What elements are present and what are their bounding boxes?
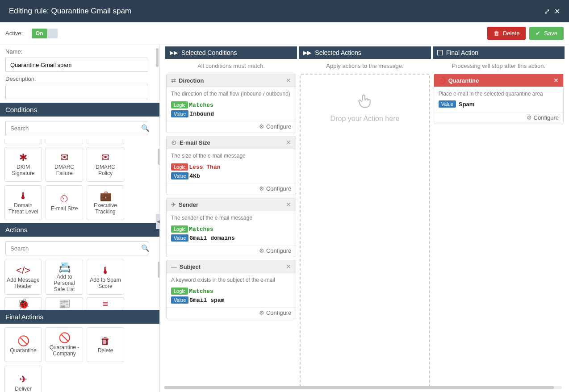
horizontal-scrollbar[interactable]: [164, 386, 562, 389]
actions-section-header: Actions: [0, 223, 159, 237]
tile-partial[interactable]: 📰: [46, 297, 83, 310]
actions-search-input[interactable]: [5, 241, 148, 255]
configure-button[interactable]: ⚙Configure: [167, 307, 296, 319]
finalaction-tile[interactable]: 🚫Quarantine - Company: [46, 327, 83, 362]
tile-partial[interactable]: [87, 140, 124, 144]
card-remove-button[interactable]: ✕: [286, 77, 291, 84]
finalaction-tile[interactable]: 🚫Quarantine: [4, 327, 42, 362]
expand-icon[interactable]: ⤢: [544, 7, 550, 16]
scrollbar-thumb[interactable]: [156, 48, 159, 67]
action-tile[interactable]: 🌡Add to Spam Score: [87, 260, 124, 295]
tile-icon: 🌡: [100, 265, 110, 276]
value-tag: Value: [439, 100, 456, 108]
card-description: The sender of the e-mail message: [167, 211, 296, 225]
tile-icon: ⏲: [59, 193, 69, 205]
condition-tile[interactable]: ✱DKIM Signature: [4, 147, 42, 182]
titlebar: Editing rule: Quarantine Gmail spam ⤢ ✕: [0, 0, 569, 22]
tile-label: Quarantine: [10, 348, 36, 354]
condition-tile[interactable]: 🌡Domain Threat Level: [4, 185, 42, 220]
page-title: Editing rule: Quarantine Gmail spam: [9, 7, 131, 16]
forward-icon: ▶▶: [170, 50, 178, 56]
logic-value: Less Than: [189, 164, 220, 171]
card-icon: ⇄: [171, 77, 176, 84]
condition-tile[interactable]: ⏲E-mail Size: [46, 185, 83, 220]
finalaction-tile[interactable]: ✈Deliver: [4, 366, 42, 392]
description-label: Description:: [5, 75, 154, 82]
tile-icon: 📇: [59, 262, 71, 273]
scrollbar-thumb[interactable]: [158, 149, 160, 165]
condition-tile[interactable]: ✉DMARC Failure: [46, 147, 83, 182]
card-icon: ⏲: [171, 139, 177, 146]
value-tag: Value: [171, 296, 188, 304]
tile-label: Domain Threat Level: [7, 203, 40, 215]
toolbar: Active: On 🗑 Delete ✔ Save: [0, 22, 569, 45]
scrollbar-thumb[interactable]: [164, 386, 554, 389]
card-title-text: Direction: [179, 77, 204, 84]
configure-button[interactable]: ⚙Configure: [434, 112, 563, 124]
tile-partial[interactable]: [46, 140, 83, 144]
tile-icon: 🚫: [59, 332, 71, 344]
value-text: Spam: [459, 101, 474, 108]
search-icon[interactable]: 🔍: [141, 124, 150, 132]
active-toggle[interactable]: On: [32, 29, 58, 38]
card-remove-button[interactable]: ✕: [286, 139, 291, 146]
logic-tag: Logic: [171, 225, 188, 233]
gear-icon: ⚙: [259, 247, 264, 254]
logic-tag: Logic: [171, 101, 188, 108]
card-remove-button[interactable]: ✕: [286, 201, 291, 208]
configure-button[interactable]: ⚙Configure: [167, 121, 296, 133]
conditions-search-input[interactable]: [5, 121, 148, 135]
finalaction-tile[interactable]: 🗑Delete: [87, 327, 124, 362]
condition-tile[interactable]: 💼Executive Tracking: [87, 185, 124, 220]
description-field[interactable]: [5, 85, 148, 99]
search-icon[interactable]: 🔍: [141, 244, 150, 252]
actions-dropzone[interactable]: Drop your Action here: [300, 74, 430, 387]
card-description: The size of the e-mail message: [167, 149, 296, 163]
trash-icon: 🗑: [494, 30, 499, 37]
selected-actions-column: ▶▶ Selected Actions Apply actions to the…: [299, 46, 431, 388]
action-tile[interactable]: 📇Add to Personal Safe List: [46, 260, 83, 295]
delete-button[interactable]: 🗑 Delete: [487, 27, 526, 40]
tile-label: Add to Personal Safe List: [48, 274, 81, 292]
card-remove-button[interactable]: ✕: [553, 77, 559, 84]
scrollbar-thumb[interactable]: [158, 262, 160, 278]
configure-button[interactable]: ⚙Configure: [167, 183, 296, 195]
tile-icon: ✈: [19, 374, 27, 385]
value-text: Gmail spam: [189, 297, 224, 304]
tile-partial[interactable]: [4, 140, 42, 144]
card-icon: —: [171, 263, 177, 270]
tile-label: DMARC Policy: [89, 164, 122, 177]
conditions-section-header: Conditions: [0, 103, 159, 117]
tile-icon: </>: [16, 265, 30, 276]
tile-icon: 🗑: [100, 335, 110, 347]
save-button[interactable]: ✔ Save: [529, 27, 564, 40]
stop-icon: [437, 50, 443, 55]
action-tile[interactable]: </>Add Message Header: [4, 260, 42, 295]
tile-icon: 💼: [100, 190, 112, 202]
configure-button[interactable]: ⚙Configure: [167, 245, 296, 257]
final-action-column: Final Action Processing will stop after …: [433, 46, 565, 388]
column-subtext: Processing will stop after this action.: [433, 59, 565, 73]
tile-icon: ✉: [60, 152, 68, 163]
close-icon[interactable]: ✕: [554, 7, 560, 16]
condition-tile[interactable]: ✉DMARC Policy: [87, 147, 124, 182]
value-text: Gmail domains: [189, 235, 234, 242]
column-title: Selected Actions: [315, 49, 361, 56]
tile-icon: ✱: [19, 152, 27, 163]
condition-card: ⇄Direction ✕ The direction of the mail f…: [166, 74, 296, 133]
tile-partial[interactable]: ≡: [87, 297, 124, 310]
condition-card: —Subject ✕ A keyword exists in the subje…: [166, 260, 296, 319]
card-title-text: Sender: [179, 201, 198, 208]
selected-conditions-column: ▶▶ Selected Conditions All conditions mu…: [165, 46, 297, 388]
name-field[interactable]: [5, 58, 148, 72]
dropzone-text: Drop your Action here: [331, 115, 400, 123]
toggle-on-label: On: [32, 29, 47, 38]
column-subtext: All conditions must match.: [165, 59, 297, 73]
collapse-sidebar-handle[interactable]: ◀: [156, 214, 160, 229]
card-title-text: E-mail Size: [180, 139, 210, 146]
tile-label: DKIM Signature: [7, 164, 40, 177]
card-remove-button[interactable]: ✕: [286, 263, 291, 270]
forward-icon: ▶▶: [303, 50, 311, 56]
tile-partial[interactable]: 🐞: [4, 297, 42, 310]
final-action-card: 🚫Quarantine ✕ Place e-mail in the select…: [434, 74, 564, 124]
